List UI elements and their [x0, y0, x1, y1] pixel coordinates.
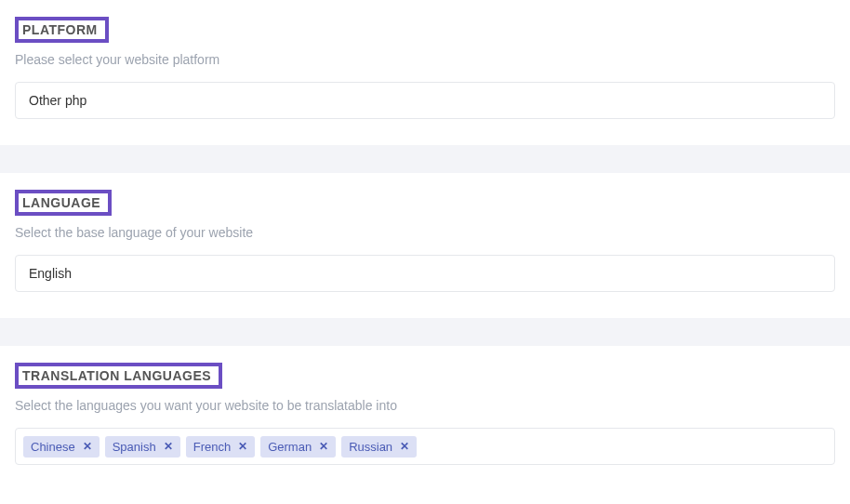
platform-subheading: Please select your website platform — [15, 52, 835, 67]
language-tag[interactable]: Spanish✕ — [105, 436, 180, 458]
language-tag-label: Chinese — [31, 440, 75, 454]
language-tag-label: German — [268, 440, 312, 454]
close-icon[interactable]: ✕ — [164, 441, 173, 452]
translation-tag-input[interactable]: Chinese✕Spanish✕French✕German✕Russian✕ — [15, 428, 835, 465]
translation-section: TRANSLATION LANGUAGES Select the languag… — [0, 346, 850, 491]
section-spacer — [0, 145, 850, 173]
language-tag[interactable]: German✕ — [260, 436, 336, 458]
language-select-value: English — [29, 266, 72, 281]
platform-section: PLATFORM Please select your website plat… — [0, 0, 850, 145]
close-icon[interactable]: ✕ — [238, 441, 247, 452]
language-tag[interactable]: Russian✕ — [341, 436, 417, 458]
language-select[interactable]: English — [15, 255, 835, 292]
language-tag[interactable]: Chinese✕ — [23, 436, 100, 458]
platform-heading: PLATFORM — [15, 17, 109, 43]
language-heading: LANGUAGE — [15, 190, 112, 216]
close-icon[interactable]: ✕ — [319, 441, 328, 452]
translation-subheading: Select the languages you want your websi… — [15, 398, 835, 413]
platform-select-value: Other php — [29, 93, 86, 108]
language-tag[interactable]: French✕ — [186, 436, 255, 458]
language-section: LANGUAGE Select the base language of you… — [0, 173, 850, 318]
language-tag-label: Russian — [349, 440, 392, 454]
language-tag-label: Spanish — [113, 440, 156, 454]
language-tag-label: French — [193, 440, 231, 454]
section-spacer — [0, 318, 850, 346]
close-icon[interactable]: ✕ — [400, 441, 409, 452]
close-icon[interactable]: ✕ — [83, 441, 92, 452]
language-subheading: Select the base language of your website — [15, 225, 835, 240]
platform-select[interactable]: Other php — [15, 82, 835, 119]
translation-heading: TRANSLATION LANGUAGES — [15, 363, 222, 389]
